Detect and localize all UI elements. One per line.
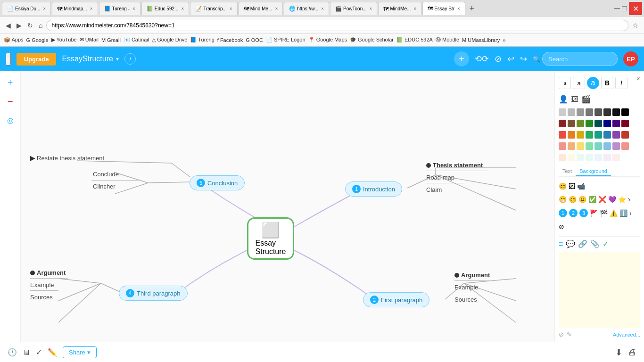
color-swatch-m5[interactable]	[594, 131, 602, 139]
print-button[interactable]: 🖨	[628, 347, 636, 357]
color-swatch-p5[interactable]	[594, 154, 602, 161]
flag-green[interactable]: 🏁	[600, 209, 608, 217]
color-swatch-r4[interactable]	[586, 120, 593, 127]
sources-tp-item[interactable]: Sources	[30, 293, 68, 302]
first-paragraph-node[interactable]: 2 First paragraph	[363, 292, 429, 307]
tab-powtoon[interactable]: 🎬PowToon...×	[330, 2, 377, 15]
example-fp-item[interactable]: Example	[454, 283, 492, 292]
text-note-icon[interactable]: ≡	[559, 240, 563, 248]
color-swatch-m2[interactable]	[568, 131, 575, 139]
bookmark-facebook[interactable]: f Facebook	[217, 37, 243, 43]
color-swatch-r5[interactable]	[594, 120, 602, 127]
image-icon[interactable]: 🖼	[571, 95, 578, 104]
note-textarea[interactable]	[559, 252, 640, 328]
color-swatch-p1[interactable]	[559, 154, 566, 161]
color-swatch-l8[interactable]	[621, 142, 629, 150]
color-swatch-black[interactable]	[621, 108, 629, 116]
color-swatch-p4[interactable]	[586, 154, 593, 161]
argument-tp-label[interactable]: Argument	[37, 269, 66, 276]
tab-text[interactable]: Text	[559, 167, 576, 176]
thesis-statement-label[interactable]: Thesis statement	[433, 162, 483, 169]
tab-transcrip[interactable]: 📝Transcrip...×	[190, 2, 237, 15]
undo-button[interactable]: ↩	[507, 54, 514, 64]
bookmark-ooc[interactable]: G OOC	[246, 37, 263, 43]
color-swatch-m4[interactable]	[586, 131, 593, 139]
color-swatch-m6[interactable]	[603, 131, 611, 139]
center-node[interactable]: ⬜ Essay Structure	[247, 217, 294, 260]
color-swatch-p7[interactable]	[612, 154, 620, 161]
color-swatch-m3[interactable]	[577, 131, 584, 139]
zoom-out-button[interactable]: −	[3, 94, 18, 109]
checkmark-icon[interactable]: ✓	[603, 239, 609, 248]
url-bar[interactable]	[46, 20, 628, 31]
color-swatch-l6[interactable]	[603, 142, 611, 150]
color-swatch-m8[interactable]	[621, 131, 629, 139]
color-swatch-gray6[interactable]	[603, 108, 611, 116]
color-swatch-l3[interactable]	[577, 142, 584, 150]
text-size-medium-btn[interactable]: a	[573, 77, 585, 89]
color-swatch-gray4[interactable]	[586, 108, 593, 116]
italic-btn[interactable]: I	[615, 77, 627, 89]
bold-btn[interactable]: B	[601, 77, 613, 89]
video-upload-icon[interactable]: 📹	[577, 182, 585, 190]
minimize-button[interactable]: ─	[614, 4, 620, 14]
close-window-button[interactable]: ✕	[629, 2, 642, 15]
color-swatch-r6[interactable]	[603, 120, 611, 127]
color-swatch-p3[interactable]	[577, 154, 584, 161]
bubble-icon[interactable]: 💬	[566, 239, 575, 248]
tab-mindme2[interactable]: 🗺MindMe...×	[378, 2, 421, 15]
color-swatch-gray1[interactable]	[559, 108, 566, 116]
color-swatch-gray3[interactable]	[577, 108, 584, 116]
color-swatch-l7[interactable]	[612, 142, 620, 150]
star-button[interactable]: ☆	[630, 21, 640, 30]
tab-mindme1[interactable]: 🗺Mind Me...×	[239, 2, 283, 15]
tab-educ[interactable]: 📗Educ 592...×	[141, 2, 189, 15]
clincher-item[interactable]: Clincher	[91, 181, 139, 191]
app-title[interactable]: EssayStructure ▾	[62, 55, 118, 63]
color-swatch-r7[interactable]	[612, 120, 620, 127]
home-button[interactable]: ⌂	[37, 21, 44, 30]
claim-item[interactable]: Claim	[426, 185, 487, 194]
note-edit-icon[interactable]: ✎	[567, 331, 572, 338]
download-button[interactable]: ⬇	[615, 347, 622, 358]
screen-button[interactable]: 🖥	[23, 348, 30, 357]
bookmark-educ[interactable]: 📗 EDUC 592A	[396, 37, 433, 43]
tab-https[interactable]: 🌐https://w...×	[284, 2, 329, 15]
history-button[interactable]: 🕐	[8, 348, 17, 357]
note-close-icon[interactable]: ⊘	[559, 331, 564, 338]
bookmark-moodle[interactable]: Ⓜ Moodle	[436, 36, 459, 43]
bookmark-google[interactable]: G Google	[26, 37, 49, 43]
person-icon[interactable]: 👤	[559, 95, 568, 104]
color-swatch-gray2[interactable]	[568, 108, 575, 116]
smiley-icon[interactable]: 😊	[559, 182, 567, 190]
check-button[interactable]: ✓	[36, 348, 42, 357]
color-swatch-l1[interactable]	[559, 142, 566, 150]
bookmark-tureng[interactable]: 📘 Tureng	[190, 37, 214, 43]
bookmark-gmail[interactable]: M Gmail	[101, 37, 121, 43]
color-swatch-p2[interactable]	[568, 154, 575, 161]
info[interactable]: ℹ️	[619, 209, 627, 217]
circle-outline[interactable]: ⊘	[559, 223, 564, 230]
smile-face[interactable]: 😊	[569, 196, 577, 203]
conclude-item[interactable]: Conclude	[91, 169, 139, 179]
color-swatch-gray5[interactable]	[594, 108, 602, 116]
color-swatch-p6[interactable]	[603, 154, 611, 161]
share-button[interactable]: Share ▾	[63, 346, 97, 358]
upgrade-button[interactable]: Upgrade	[17, 53, 57, 66]
text-size-small-btn[interactable]: a	[559, 77, 571, 89]
image-upload-icon[interactable]: 🖼	[569, 182, 575, 190]
check-green[interactable]: ✅	[588, 196, 596, 203]
panel-close-button[interactable]: ×	[636, 75, 640, 82]
forward-button[interactable]: ▶	[15, 21, 24, 30]
video-icon[interactable]: 🎬	[581, 95, 591, 104]
color-swatch-m1[interactable]	[559, 131, 566, 139]
back-button[interactable]: ◀	[4, 21, 13, 30]
bookmark-catmail[interactable]: 📧 Catmail	[124, 37, 149, 43]
refresh-button[interactable]: ↻	[25, 21, 35, 30]
color-swatch-gray7[interactable]	[612, 108, 620, 116]
third-paragraph-node[interactable]: 4 Third paragraph	[119, 286, 188, 301]
bookmark-more[interactable]: »	[503, 37, 505, 43]
advanced-link[interactable]: Advanced...	[613, 332, 640, 337]
heart[interactable]: 💜	[608, 196, 616, 203]
more-emoji[interactable]: ›	[628, 196, 630, 203]
